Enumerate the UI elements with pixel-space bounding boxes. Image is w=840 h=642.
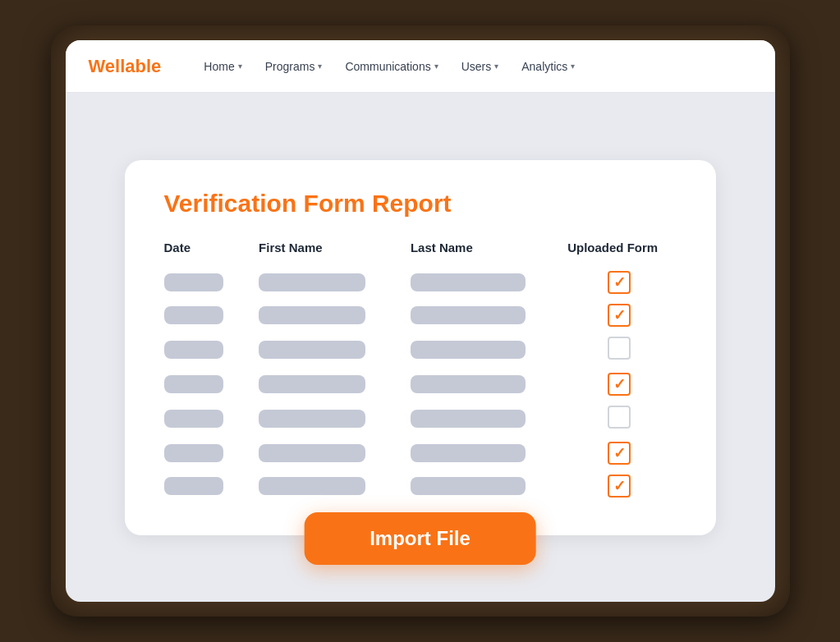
cell-uploaded: ✓ xyxy=(562,368,677,401)
cell-firstname xyxy=(259,266,411,299)
table-row xyxy=(164,332,677,368)
checkmark-icon: ✓ xyxy=(613,308,626,323)
card-title: Verification Form Report xyxy=(164,190,677,218)
col-header-lastname: Last Name xyxy=(411,241,562,266)
nav-item-home[interactable]: Home ▾ xyxy=(194,55,251,78)
import-file-button[interactable]: Import File xyxy=(304,512,536,565)
nav-item-communications[interactable]: Communications ▾ xyxy=(335,55,448,78)
chevron-down-icon: ▾ xyxy=(238,62,242,71)
cell-lastname xyxy=(411,368,562,401)
cell-uploaded: ✓ xyxy=(562,266,677,299)
chevron-down-icon: ▾ xyxy=(318,62,322,71)
checkbox-uploaded[interactable] xyxy=(608,406,631,429)
verification-card: Verification Form Report Date First Name… xyxy=(125,160,716,535)
cell-uploaded: ✓ xyxy=(562,437,677,470)
cell-firstname xyxy=(259,299,411,332)
cell-date xyxy=(164,437,259,470)
navbar: Wellable Home ▾ Programs ▾ Communication… xyxy=(66,40,775,93)
cell-firstname xyxy=(259,470,411,502)
chevron-down-icon: ▾ xyxy=(571,62,575,71)
cell-lastname xyxy=(411,401,562,437)
cell-date xyxy=(164,368,259,401)
cell-uploaded: ✓ xyxy=(562,299,677,332)
checkmark-icon: ✓ xyxy=(613,275,626,290)
nav-label-home: Home xyxy=(204,60,234,73)
cell-uploaded xyxy=(562,401,677,437)
chevron-down-icon: ▾ xyxy=(434,62,438,71)
nav-label-programs: Programs xyxy=(265,60,315,73)
cell-firstname xyxy=(259,368,411,401)
col-header-uploaded: Uploaded Form xyxy=(562,241,677,266)
table-row xyxy=(164,401,677,437)
checkbox-uploaded[interactable]: ✓ xyxy=(608,442,631,465)
checkmark-icon: ✓ xyxy=(613,377,626,392)
table-row: ✓ xyxy=(164,368,677,401)
cell-lastname xyxy=(411,470,562,502)
checkbox-uploaded[interactable]: ✓ xyxy=(608,304,631,327)
cell-date xyxy=(164,470,259,502)
col-header-firstname: First Name xyxy=(259,241,411,266)
cell-uploaded xyxy=(562,332,677,368)
cell-lastname xyxy=(411,266,562,299)
table-row: ✓ xyxy=(164,266,677,299)
table-row: ✓ xyxy=(164,437,677,470)
nav-label-analytics: Analytics xyxy=(521,60,567,73)
screen: Wellable Home ▾ Programs ▾ Communication… xyxy=(66,40,775,602)
checkmark-icon: ✓ xyxy=(613,446,626,461)
table-row: ✓ xyxy=(164,470,677,502)
cell-date xyxy=(164,401,259,437)
logo[interactable]: Wellable xyxy=(89,56,162,77)
cell-firstname xyxy=(259,332,411,368)
cell-firstname xyxy=(259,437,411,470)
nav-item-analytics[interactable]: Analytics ▾ xyxy=(512,55,585,78)
cell-lastname xyxy=(411,299,562,332)
cell-lastname xyxy=(411,437,562,470)
cell-date xyxy=(164,332,259,368)
nav-label-communications: Communications xyxy=(345,60,430,73)
cell-date xyxy=(164,266,259,299)
checkbox-uploaded[interactable]: ✓ xyxy=(608,475,631,498)
cell-lastname xyxy=(411,332,562,368)
checkbox-uploaded[interactable]: ✓ xyxy=(608,271,631,294)
checkbox-uploaded[interactable] xyxy=(608,337,631,360)
nav-items: Home ▾ Programs ▾ Communications ▾ Users… xyxy=(194,55,585,78)
monitor: Wellable Home ▾ Programs ▾ Communication… xyxy=(51,25,790,617)
cell-date xyxy=(164,299,259,332)
col-header-date: Date xyxy=(164,241,259,266)
cell-firstname xyxy=(259,401,411,437)
chevron-down-icon: ▾ xyxy=(494,62,498,71)
main-content: Verification Form Report Date First Name… xyxy=(66,93,775,602)
nav-item-programs[interactable]: Programs ▾ xyxy=(255,55,333,78)
checkmark-icon: ✓ xyxy=(613,479,626,493)
checkbox-uploaded[interactable]: ✓ xyxy=(608,373,631,396)
table-row: ✓ xyxy=(164,299,677,332)
nav-label-users: Users xyxy=(461,60,492,73)
cell-uploaded: ✓ xyxy=(562,470,677,502)
verification-table: Date First Name Last Name Uploaded Form … xyxy=(164,241,677,502)
nav-item-users[interactable]: Users ▾ xyxy=(452,55,509,78)
